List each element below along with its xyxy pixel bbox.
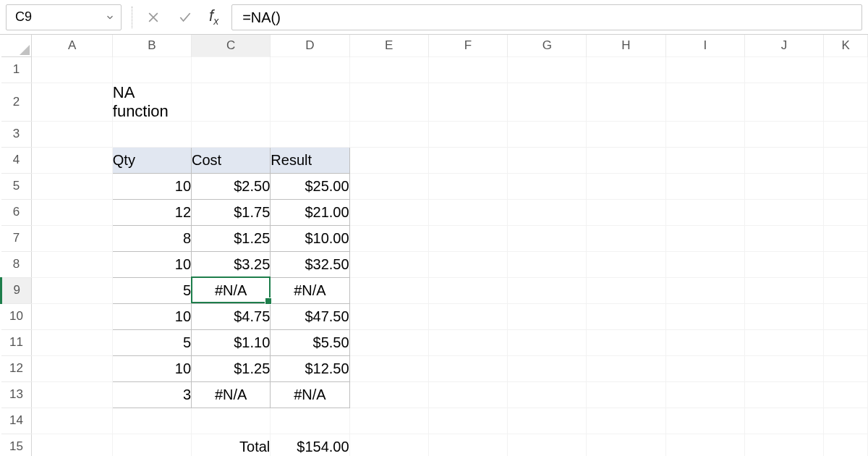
grid[interactable]: ABCDEFGHIJK 12NA function34QtyCostResult…: [0, 35, 868, 456]
cell[interactable]: [744, 173, 823, 199]
cell[interactable]: [428, 329, 507, 355]
cost-cell[interactable]: $1.75: [192, 199, 271, 225]
col-header-G[interactable]: G: [508, 35, 587, 56]
qty-cell[interactable]: 5: [112, 277, 191, 303]
cell[interactable]: [32, 329, 112, 355]
cell[interactable]: [587, 225, 665, 251]
cost-cell[interactable]: $1.10: [192, 329, 271, 355]
cell[interactable]: [587, 381, 665, 408]
result-cell[interactable]: $32.50: [271, 251, 349, 277]
cell[interactable]: [587, 277, 665, 303]
cell[interactable]: [744, 408, 823, 434]
cell[interactable]: [587, 303, 665, 329]
row-header-8[interactable]: 8: [1, 251, 32, 277]
cell[interactable]: [824, 277, 868, 303]
cell[interactable]: [824, 434, 868, 456]
cell[interactable]: [349, 329, 428, 355]
cell[interactable]: [32, 83, 112, 121]
row-header-12[interactable]: 12: [1, 355, 32, 381]
cell[interactable]: [32, 147, 112, 173]
qty-cell[interactable]: 10: [112, 355, 191, 381]
cell[interactable]: [665, 251, 744, 277]
cell[interactable]: [32, 121, 112, 147]
cell[interactable]: [508, 121, 587, 147]
row-header-7[interactable]: 7: [1, 225, 32, 251]
result-cell[interactable]: $21.00: [271, 199, 349, 225]
col-header-D[interactable]: D: [271, 35, 349, 56]
col-header-I[interactable]: I: [665, 35, 744, 56]
row-header-3[interactable]: 3: [1, 121, 32, 147]
qty-cell[interactable]: 10: [112, 303, 191, 329]
cell[interactable]: [665, 381, 744, 408]
cell[interactable]: [508, 83, 587, 121]
row-header-14[interactable]: 14: [1, 408, 32, 434]
cell[interactable]: [428, 251, 507, 277]
cost-cell[interactable]: $2.50: [192, 173, 271, 199]
cancel-button[interactable]: [142, 7, 164, 28]
cell[interactable]: [824, 329, 868, 355]
cell[interactable]: [192, 56, 271, 83]
cell[interactable]: [349, 225, 428, 251]
cell[interactable]: [665, 355, 744, 381]
cell[interactable]: [824, 173, 868, 199]
cell[interactable]: [665, 225, 744, 251]
cell[interactable]: [271, 408, 349, 434]
qty-cell[interactable]: 10: [112, 173, 191, 199]
cell[interactable]: [508, 225, 587, 251]
cell[interactable]: [744, 329, 823, 355]
cell[interactable]: [508, 251, 587, 277]
cost-cell[interactable]: $4.75: [192, 303, 271, 329]
cell[interactable]: [428, 303, 507, 329]
cell[interactable]: [744, 199, 823, 225]
cell[interactable]: [271, 121, 349, 147]
cell[interactable]: [744, 355, 823, 381]
row-header-2[interactable]: 2: [1, 83, 32, 121]
cell[interactable]: [587, 434, 665, 456]
cell[interactable]: [271, 83, 349, 121]
cell[interactable]: [665, 277, 744, 303]
cell[interactable]: [349, 381, 428, 408]
cell[interactable]: [587, 173, 665, 199]
row-header-1[interactable]: 1: [1, 56, 32, 83]
cost-cell[interactable]: #N/A: [192, 381, 271, 408]
cell[interactable]: [428, 225, 507, 251]
cell[interactable]: [744, 277, 823, 303]
total-value[interactable]: $154.00: [271, 434, 349, 456]
qty-cell[interactable]: 10: [112, 251, 191, 277]
page-title[interactable]: NA function: [112, 83, 191, 121]
cell[interactable]: [824, 199, 868, 225]
cell[interactable]: [32, 355, 112, 381]
confirm-button[interactable]: [174, 7, 196, 28]
cell[interactable]: [665, 303, 744, 329]
cell[interactable]: [508, 199, 587, 225]
cell[interactable]: [349, 277, 428, 303]
result-cell[interactable]: $5.50: [271, 329, 349, 355]
cell[interactable]: [349, 408, 428, 434]
col-header-K[interactable]: K: [824, 35, 868, 56]
cell[interactable]: [744, 83, 823, 121]
cell[interactable]: [665, 83, 744, 121]
cell[interactable]: [665, 173, 744, 199]
name-box[interactable]: C9: [6, 4, 122, 30]
cell[interactable]: [824, 225, 868, 251]
cell[interactable]: [587, 329, 665, 355]
cell[interactable]: [744, 121, 823, 147]
cell[interactable]: [349, 199, 428, 225]
cell[interactable]: [192, 83, 271, 121]
cell[interactable]: [32, 277, 112, 303]
row-header-5[interactable]: 5: [1, 173, 32, 199]
cell[interactable]: [349, 147, 428, 173]
cell[interactable]: [744, 381, 823, 408]
cell[interactable]: [665, 56, 744, 83]
cell[interactable]: [32, 173, 112, 199]
cell[interactable]: [744, 147, 823, 173]
cell[interactable]: [665, 199, 744, 225]
col-header-C[interactable]: C: [192, 35, 271, 56]
col-header-E[interactable]: E: [349, 35, 428, 56]
cell[interactable]: [32, 434, 112, 456]
cost-cell[interactable]: $1.25: [192, 225, 271, 251]
total-label[interactable]: Total: [192, 434, 271, 456]
formula-input[interactable]: =NA(): [231, 4, 862, 30]
cell[interactable]: [665, 147, 744, 173]
row-header-6[interactable]: 6: [1, 199, 32, 225]
